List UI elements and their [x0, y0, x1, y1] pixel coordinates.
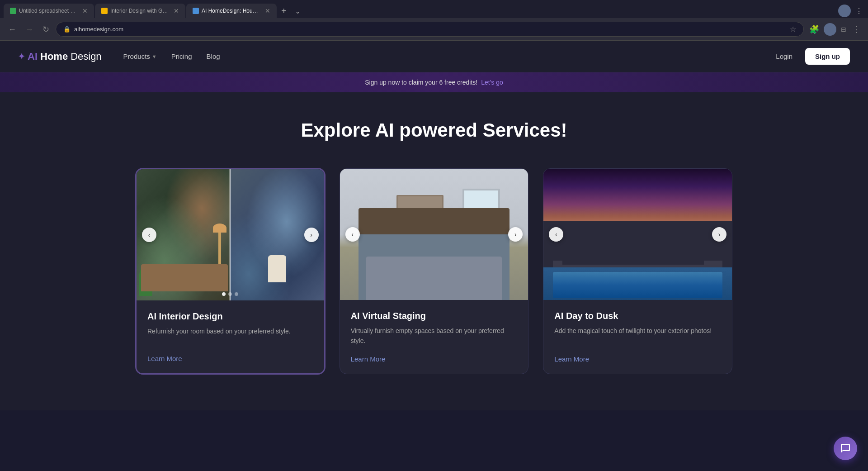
carousel-next-dusk[interactable]: › [712, 227, 726, 242]
lamp-decoration [218, 228, 221, 264]
card-interior-title: AI Interior Design [147, 311, 313, 322]
browser-chrome: Untitled spreadsheet – Goo... ✕ Interior… [0, 0, 868, 41]
tab-favicon-spreadsheet [10, 8, 16, 14]
cards-grid: ‹ › AI Interior Design Refurnish your ro… [136, 168, 732, 374]
browser-tabs-bar: Untitled spreadsheet – Goo... ✕ Interior… [0, 0, 868, 18]
page-title: Explore AI powered Services! [136, 119, 732, 141]
logo-star-icon: ✦ [18, 52, 25, 62]
tab-favicon-interior [101, 8, 108, 14]
card-staging-description: Virtually furnish empty spaces based on … [351, 326, 518, 346]
dot-3 [235, 292, 238, 296]
interior-split-image [137, 169, 324, 300]
carousel-next-staging[interactable]: › [508, 227, 523, 242]
card-dusk-image: ‹ › [543, 169, 732, 300]
tab-spreadsheet[interactable]: Untitled spreadsheet – Goo... ✕ [4, 4, 94, 18]
bedroom-bed [359, 228, 509, 300]
tab-ai[interactable]: AI HomeDesign: House Desi... ✕ [186, 4, 277, 18]
carousel-prev-interior[interactable]: ‹ [142, 228, 156, 242]
banner-text: Sign up now to claim your 6 free credits… [365, 79, 477, 86]
website: ✦AIHomeDesign Products ▼ Pricing Blog Lo… [0, 41, 868, 410]
exterior-image [543, 169, 732, 300]
toolbar-icons: 🧩 ⊟ ⋮ [807, 23, 863, 36]
card-interior-description: Refurnish your room based on your prefer… [147, 326, 313, 346]
building-level2 [562, 241, 704, 265]
profile-avatar[interactable] [838, 5, 851, 17]
products-chevron-icon: ▼ [152, 54, 157, 59]
browser-toolbar: ← → ↻ 🔒 aihomedesign.com ☆ 🧩 ⊟ ⋮ [0, 18, 868, 40]
logo-home-text: Home [40, 51, 68, 62]
logo[interactable]: ✦AIHomeDesign [18, 51, 102, 62]
reload-button[interactable]: ↻ [40, 24, 52, 35]
signup-button[interactable]: Sign up [805, 48, 850, 65]
forward-button[interactable]: → [23, 24, 36, 35]
tab-title-interior: Interior Design with Genera... [110, 8, 169, 14]
promo-banner: Sign up now to claim your 6 free credits… [0, 72, 868, 92]
card-dusk-title: AI Day to Dusk [554, 311, 721, 321]
profile-button[interactable] [824, 23, 836, 36]
more-menu-button[interactable]: ⋮ [851, 23, 863, 36]
pool-water [553, 272, 722, 298]
split-divider [230, 169, 231, 300]
address-bar[interactable]: 🔒 aihomedesign.com ☆ [56, 22, 804, 37]
tab-title-ai: AI HomeDesign: House Desi... [202, 8, 260, 14]
extensions-button[interactable]: 🧩 [807, 23, 821, 36]
card-interior-image: ‹ › [137, 169, 324, 300]
card-interior-design: ‹ › AI Interior Design Refurnish your ro… [136, 168, 325, 374]
login-button[interactable]: Login [769, 49, 800, 64]
card-day-to-dusk: ‹ › AI Day to Dusk Add the magical touch… [543, 168, 732, 374]
nav-links: Products ▼ Pricing Blog [123, 52, 220, 60]
navigation: ✦AIHomeDesign Products ▼ Pricing Blog Lo… [0, 41, 868, 72]
pool [543, 267, 732, 300]
bedroom-headboard [359, 208, 509, 234]
lock-icon: 🔒 [63, 26, 71, 33]
nav-link-blog[interactable]: Blog [207, 52, 220, 60]
sky-gradient [543, 169, 732, 228]
card-interior-content: AI Interior Design Refurnish your room b… [137, 300, 324, 373]
carousel-next-interior[interactable]: › [304, 228, 319, 242]
dot-1 [222, 292, 226, 296]
chair-decoration [268, 255, 286, 282]
tab-close-ai[interactable]: ✕ [265, 7, 270, 14]
card-interior-learn-more[interactable]: Learn More [147, 355, 313, 362]
bedroom-image [340, 169, 528, 300]
banner-link[interactable]: Let's go [481, 79, 503, 86]
card-staging-content: AI Virtual Staging Virtually furnish emp… [340, 300, 528, 374]
chat-bubble[interactable] [834, 437, 857, 460]
bedroom-cover [366, 257, 502, 300]
carousel-prev-staging[interactable]: ‹ [345, 227, 360, 242]
extend-tabs-button[interactable]: ⌄ [293, 5, 302, 17]
carousel-prev-dusk[interactable]: ‹ [549, 227, 563, 242]
bookmark-icon[interactable]: ☆ [790, 25, 796, 33]
logo-design-text: Design [71, 51, 101, 62]
tab-close-spreadsheet[interactable]: ✕ [82, 7, 88, 14]
card-staging-image: ‹ › [340, 169, 528, 300]
nav-link-pricing[interactable]: Pricing [171, 52, 192, 60]
nav-link-products[interactable]: Products ▼ [123, 52, 157, 60]
split-view-button[interactable]: ⊟ [839, 24, 848, 35]
tab-title-spreadsheet: Untitled spreadsheet – Goo... [19, 8, 78, 14]
address-text: aihomedesign.com [74, 26, 786, 33]
tab-interior[interactable]: Interior Design with Genera... ✕ [95, 4, 185, 18]
card-virtual-staging: ‹ › AI Virtual Staging Virtually furnish… [340, 168, 529, 374]
nav-actions: Login Sign up [769, 48, 850, 65]
main-content: Explore AI powered Services! [118, 92, 750, 410]
card-dusk-content: AI Day to Dusk Add the magical touch of … [543, 300, 732, 374]
desk-decoration [141, 264, 228, 291]
new-tab-button[interactable]: + [278, 4, 290, 18]
card-dusk-description: Add the magical touch of twilight to you… [554, 326, 721, 346]
back-button[interactable]: ← [5, 24, 19, 35]
card-dusk-learn-more[interactable]: Learn More [554, 355, 721, 363]
card-staging-title: AI Virtual Staging [351, 311, 518, 321]
logo-ai-text: AI [28, 51, 38, 62]
chat-icon [840, 443, 851, 454]
tab-close-interior[interactable]: ✕ [174, 7, 179, 14]
tab-favicon-ai [193, 8, 199, 14]
more-options-button[interactable]: ⋮ [854, 5, 864, 17]
card-staging-learn-more[interactable]: Learn More [351, 355, 518, 363]
